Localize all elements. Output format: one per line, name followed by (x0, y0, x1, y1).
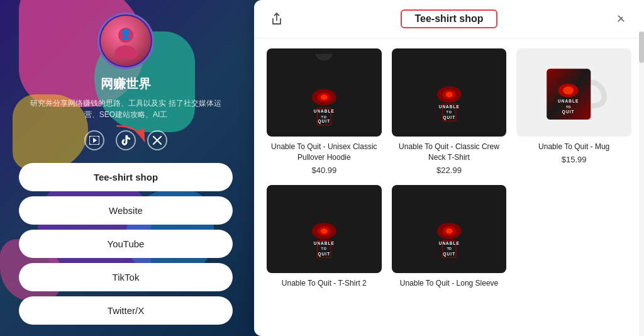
link-website[interactable]: Website (19, 196, 233, 225)
modal-body[interactable]: UNABLE TO QUIT Unable To Quit - Unisex C… (254, 38, 644, 336)
svg-text:QUIT: QUIT (443, 252, 455, 257)
mug-svg: UNABLE TO QUIT (516, 48, 631, 137)
products-grid: UNABLE TO QUIT Unable To Quit - Unisex C… (267, 48, 631, 291)
link-buttons: Tee-shirt shop Website YouTube TikTok Tw… (19, 163, 233, 330)
product-name-tshirt: Unable To Quit - Classic Crew Neck T-Shi… (392, 142, 507, 163)
link-tee-shirt-shop[interactable]: Tee-shirt shop (19, 163, 233, 191)
avatar: 👤 (97, 13, 154, 69)
product-price-tshirt: $22.99 (436, 165, 462, 175)
product-card-mug[interactable]: UNABLE TO QUIT Unable To Quit - Mug $15.… (516, 48, 631, 175)
svg-text:UNABLE: UNABLE (314, 240, 335, 245)
svg-text:QUIT: QUIT (443, 115, 455, 120)
avatar-svg: 👤 (110, 24, 142, 59)
link-tiktok[interactable]: TikTok (19, 263, 233, 291)
svg-point-25 (563, 86, 574, 94)
product-card-longsleeve[interactable]: UNABLE TO QUIT Unable To Quit - Long Sle… (392, 185, 507, 291)
link-twitter[interactable]: Twitter/X (19, 296, 233, 325)
tshirt2-svg: UNABLE TO QUIT (267, 185, 382, 273)
avatar-inner: 👤 (101, 16, 151, 66)
scrollbar-thumb[interactable] (639, 31, 644, 63)
share-icon[interactable] (267, 9, 287, 29)
svg-point-1 (114, 45, 137, 59)
product-price-mug: $15.99 (562, 155, 587, 164)
product-name-tshirt2: Unable To Quit - T-Shirt 2 (282, 278, 367, 289)
modal-title: Tee-shirt shop (414, 13, 483, 24)
svg-point-17 (446, 92, 453, 98)
link-youtube[interactable]: YouTube (19, 230, 233, 258)
product-card-tshirt[interactable]: UNABLE TO QUIT Unable To Quit - Classic … (392, 48, 507, 175)
svg-point-10 (321, 94, 328, 100)
product-image-mug: UNABLE TO QUIT (516, 48, 631, 137)
youtube-icon[interactable] (84, 130, 104, 150)
svg-text:QUIT: QUIT (318, 252, 330, 257)
modal-title-box: Tee-shirt shop (401, 9, 497, 28)
product-card-tshirt2[interactable]: UNABLE TO QUIT Unable To Quit - T-Shirt … (267, 185, 382, 291)
product-name-hoodie: Unable To Quit - Unisex Classic Pullover… (267, 142, 382, 163)
arrow (113, 123, 151, 150)
svg-marker-4 (93, 138, 97, 143)
scrollbar-track[interactable] (639, 31, 644, 336)
profile-desc: 研究并分享网络赚钱的思路、工具以及实 括了社交媒体运营、SEO建站攻略、AI工 (0, 98, 252, 120)
svg-text:UNABLE: UNABLE (314, 109, 335, 113)
svg-text:TO: TO (447, 247, 451, 250)
svg-text:👤: 👤 (119, 28, 132, 40)
svg-point-31 (321, 228, 328, 234)
svg-text:UNABLE: UNABLE (438, 104, 459, 109)
svg-text:QUIT: QUIT (318, 119, 330, 124)
more-button[interactable]: ••• (618, 6, 638, 26)
product-name-longsleeve: Unable To Quit - Long Sleeve (400, 278, 499, 289)
svg-text:UNABLE: UNABLE (558, 99, 579, 103)
svg-text:TO: TO (321, 115, 328, 119)
product-image-longsleeve: UNABLE TO QUIT (392, 185, 507, 273)
arrow-svg (113, 123, 151, 148)
product-card-hoodie[interactable]: UNABLE TO QUIT Unable To Quit - Unisex C… (267, 48, 382, 175)
product-image-tshirt: UNABLE TO QUIT (392, 48, 507, 137)
product-image-tshirt2: UNABLE TO QUIT (267, 185, 382, 273)
product-name-mug: Unable To Quit - Mug (538, 142, 609, 152)
product-image-hoodie: UNABLE TO QUIT (267, 48, 382, 137)
shop-modal: Tee-shirt shop ✕ UNABLE TO (254, 0, 644, 336)
tshirt-svg: UNABLE TO QUIT (392, 48, 507, 137)
svg-point-38 (446, 228, 453, 234)
hoodie-svg: UNABLE TO QUIT (267, 48, 382, 137)
profile-name: 网赚世界 (101, 76, 151, 92)
svg-text:UNABLE: UNABLE (438, 240, 459, 245)
svg-text:TO: TO (566, 105, 570, 109)
left-panel: 👤 网赚世界 研究并分享网络赚钱的思路、工具以及实 括了社交媒体运营、SEO建站… (0, 0, 252, 336)
svg-text:TO: TO (321, 247, 328, 250)
longsleeve-svg: UNABLE TO QUIT (392, 185, 507, 273)
svg-text:TO: TO (446, 110, 452, 114)
product-price-hoodie: $40.99 (311, 165, 336, 175)
modal-header: Tee-shirt shop ✕ (254, 0, 644, 38)
svg-text:QUIT: QUIT (562, 109, 575, 115)
